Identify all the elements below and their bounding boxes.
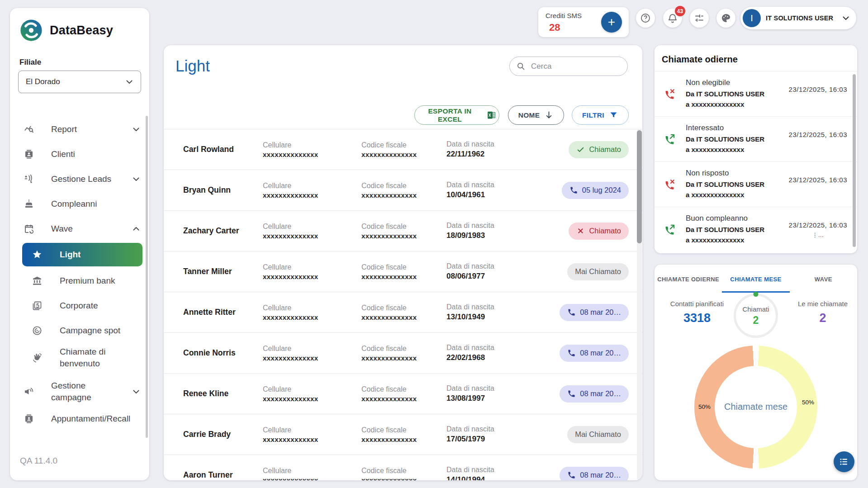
table-row[interactable]: Connie Norris Cellulare xxxxxxxxxxxxxx C…	[164, 332, 642, 373]
star-icon	[32, 249, 43, 260]
call-to: a xxxxxxxxxxxxxx	[686, 99, 780, 110]
search-input[interactable]	[530, 62, 612, 71]
stat-planned-contacts: Contatti pianificati 3318	[663, 300, 731, 325]
contact-name: Bryan Quinn	[164, 185, 263, 195]
contact-name: Carrie Brady	[164, 430, 263, 439]
contact-name: Renee Kline	[164, 389, 263, 398]
status-badge[interactable]: 08 mar 20…	[560, 385, 629, 403]
user-name: IT SOLUTIONS USER	[766, 14, 833, 22]
sidebar-item-clienti[interactable]: Clienti	[10, 142, 149, 166]
call-to: a xxxxxxxxxxxxxx	[686, 235, 780, 246]
filters-button[interactable]: FILTRI	[572, 105, 629, 125]
chevron-icon	[131, 224, 141, 234]
chevron-icon	[131, 124, 141, 134]
contact-name: Annette Ritter	[164, 308, 263, 317]
data-nascita-value: 13/08/1997	[446, 394, 532, 403]
sidebar-item-label: Compleanni	[51, 198, 97, 210]
tab-chiamate-odierne[interactable]: CHIAMATE ODIERNE	[655, 265, 722, 293]
cellulare-value: xxxxxxxxxxxxxx	[263, 191, 361, 199]
calls-scrollbar[interactable]	[853, 74, 856, 247]
phone-icon	[567, 471, 576, 479]
status-badge[interactable]: 05 lug 2024	[562, 182, 629, 199]
stat-label: Contatti pianificati	[663, 300, 731, 308]
table-row[interactable]: Bryan Quinn Cellulare xxxxxxxxxxxxxx Cod…	[164, 170, 642, 210]
table-row[interactable]: Renee Kline Cellulare xxxxxxxxxxxxxx Cod…	[164, 373, 642, 414]
palette-icon	[721, 13, 731, 24]
megaphone-icon	[24, 386, 34, 397]
table-scrollbar-thumb[interactable]	[637, 130, 642, 243]
tab-chiamate-mese[interactable]: CHIAMATE MESE	[722, 265, 789, 293]
sidebar-item-gestione-leads[interactable]: Gestione Leads	[10, 166, 149, 191]
contacts-table: Carl Rowland Cellulare xxxxxxxxxxxxxx Co…	[164, 129, 642, 480]
sidebar-item-wave[interactable]: Wave	[10, 216, 149, 241]
table-row[interactable]: Carl Rowland Cellulare xxxxxxxxxxxxxx Co…	[164, 129, 642, 170]
main-panel: Light ESPORTA IN EXCEL NOME FILTRI Carl …	[164, 45, 642, 480]
status-badge[interactable]: Chiamato	[569, 141, 629, 158]
codice-fiscale-label: Codice fiscale	[361, 467, 446, 475]
report-icon	[24, 124, 34, 135]
calls-list: Non elegibile Da IT SOLUTIONS USER a xxx…	[655, 71, 857, 252]
sort-label: NOME	[518, 111, 540, 119]
stat-value: 2	[753, 314, 759, 327]
codice-fiscale-value: xxxxxxxxxxxxxx	[361, 232, 446, 240]
table-row[interactable]: Annette Ritter Cellulare xxxxxxxxxxxxxx …	[164, 292, 642, 332]
sidebar-item-gestione-campagne[interactable]: Gestione campagne	[10, 377, 149, 406]
cellulare-label: Cellulare	[263, 141, 361, 149]
arrow-down-icon	[544, 110, 554, 120]
call-outcome: Non elegibile	[686, 78, 780, 87]
export-excel-button[interactable]: ESPORTA IN EXCEL	[414, 105, 499, 125]
user-menu[interactable]: I IT SOLUTIONS USER	[740, 7, 856, 29]
page-title: Light	[175, 57, 210, 75]
tab-wave[interactable]: WAVE	[790, 265, 857, 293]
stat-my-calls: Le mie chiamate 2	[791, 300, 854, 325]
sidebar-item-appuntamenti-recall[interactable]: Appuntamenti/Recall	[10, 407, 149, 431]
call-list-item[interactable]: Interessato Da IT SOLUTIONS USER a xxxxx…	[655, 116, 857, 161]
green-dot-icon	[754, 292, 759, 297]
call-timestamp: 23/12/2025, 16:03	[789, 176, 847, 184]
filters-label: FILTRI	[582, 111, 604, 119]
table-row[interactable]: Aaron Turner Cellulare xxxxxxxxxxxxxx Co…	[164, 455, 642, 480]
sidebar-item-compleanni[interactable]: Compleanni	[10, 191, 149, 216]
data-nascita-label: Data di nascita	[446, 344, 532, 352]
branch-select[interactable]: El Dorado	[18, 71, 141, 93]
cellulare-value: xxxxxxxxxxxxxx	[263, 232, 361, 240]
status-badge[interactable]: Mai Chiamato	[567, 263, 629, 280]
table-row[interactable]: Carrie Brady Cellulare xxxxxxxxxxxxxx Co…	[164, 414, 642, 455]
sidebar-item-light[interactable]: Light	[22, 243, 142, 266]
call-list-item[interactable]: Non risposto Da IT SOLUTIONS USER a xxxx…	[655, 161, 857, 207]
table-row[interactable]: Tanner Miller Cellulare xxxxxxxxxxxxxx C…	[164, 251, 642, 292]
sidebar-item-chiamate-di-benvenuto[interactable]: Chiamate di benvenuto	[10, 343, 149, 372]
codice-fiscale-label: Codice fiscale	[361, 385, 446, 393]
list-view-fab[interactable]	[834, 451, 854, 472]
sidebar-item-report[interactable]: Report	[10, 117, 149, 142]
cellulare-label: Cellulare	[263, 304, 361, 312]
status-badge[interactable]: Chiamato	[569, 223, 629, 240]
contact-name: Zachary Carter	[164, 226, 263, 236]
status-badge[interactable]: Mai Chiamato	[567, 426, 629, 443]
phone-icon	[567, 308, 576, 317]
data-nascita-value: 17/05/1979	[446, 435, 532, 444]
status-badge[interactable]: 08 mar 20…	[560, 467, 629, 481]
chevron-down-icon	[124, 77, 134, 87]
sidebar-item-corporate[interactable]: Corporate	[10, 293, 149, 318]
call-list-item[interactable]: Non elegibile Da IT SOLUTIONS USER a xxx…	[655, 71, 857, 116]
leads-icon	[24, 174, 34, 185]
status-badge-label: Mai Chiamato	[575, 430, 621, 439]
call-list-item[interactable]: Buon compleanno Da IT SOLUTIONS USER a x…	[655, 207, 857, 252]
add-credits-button[interactable]: +	[601, 12, 622, 33]
sidebar-item-premium-bank[interactable]: Premium bank	[10, 268, 149, 293]
status-badge[interactable]: 08 mar 20…	[560, 345, 629, 362]
codice-fiscale-label: Codice fiscale	[361, 182, 446, 190]
sidebar-item-label: Wave	[51, 223, 73, 235]
table-row[interactable]: Zachary Carter Cellulare xxxxxxxxxxxxxx …	[164, 210, 642, 251]
status-badge[interactable]: 08 mar 20…	[560, 304, 629, 321]
number-five-icon	[32, 300, 43, 311]
help-button[interactable]	[636, 9, 655, 28]
sms-credits-value: 28	[549, 22, 560, 33]
sidebar-item-campagne-spot[interactable]: Campagne spot	[10, 318, 149, 343]
sort-by-name-button[interactable]: NOME	[508, 105, 564, 125]
theme-button[interactable]	[716, 9, 735, 28]
status-badge-label: 08 mar 20…	[580, 389, 621, 398]
sidebar-scrollbar[interactable]	[146, 116, 148, 438]
settings-button[interactable]	[690, 9, 709, 28]
